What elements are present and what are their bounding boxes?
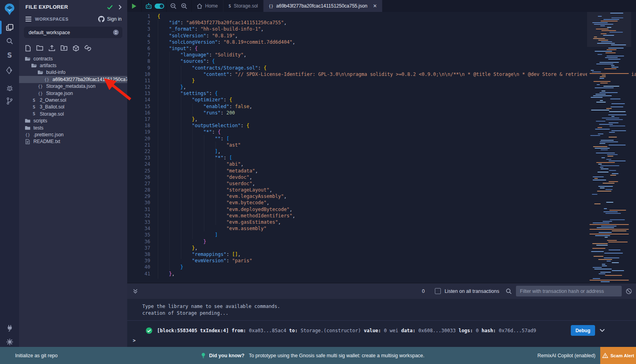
code-line[interactable]: 39 "evmVersion": "paris" [127,258,636,264]
code-line[interactable]: 16 "runs": 200 [127,110,636,116]
debug-button[interactable]: Debug [571,325,595,336]
code-line[interactable]: 35 ] [127,232,636,238]
plugin-manager-icon[interactable] [0,322,19,334]
new-folder-icon[interactable] [36,45,43,52]
cube-icon[interactable] [73,45,79,52]
tip-title: Did you know? [209,353,244,358]
tree-item-tests[interactable]: tests [19,124,127,131]
code-line[interactable]: 3 "_format": "hh-sol-build-info-1", [127,26,636,32]
tab-Storage.sol[interactable]: SStorage.sol [223,0,264,12]
code-line[interactable]: 21 "ast" [127,142,636,148]
tree-item-a69b43f277ba20fcac141151250ca7...[interactable]: {}a69b43f277ba20fcac141151250ca7... [19,76,127,83]
code-line[interactable]: 33 "evm.gasEstimates", [127,219,636,225]
debugger-icon[interactable] [0,82,19,94]
code-editor[interactable]: 1{2 "id": "a69b43f277ba20fcac141151250ca… [127,12,636,283]
git-init-button[interactable]: Initialize as git repo [0,353,58,358]
code-line[interactable]: 26 "devdoc", [127,174,636,180]
tree-item-artifacts[interactable]: artifacts [19,62,127,69]
code-line[interactable]: 1{ [127,13,636,19]
code-line[interactable]: 11 } [127,77,636,84]
solidity-compiler-icon[interactable]: S [0,49,19,61]
scam-alert-button[interactable]: Scam Alert [600,347,636,364]
collapse-terminal-icon[interactable] [133,288,138,294]
clear-console-icon[interactable] [626,288,632,294]
code-line[interactable]: 30 "evm.bytecode", [127,199,636,206]
workspaces-menu-icon[interactable] [25,15,31,23]
upload-file-icon[interactable] [48,45,55,52]
code-line[interactable]: 18 "outputSelection": { [127,122,636,129]
code-line[interactable]: 23 "*": [ [127,155,636,161]
code-line[interactable]: 27 "userdoc", [127,180,636,187]
code-line[interactable]: 41 }, [127,271,636,277]
code-line[interactable]: 5 "solcLongVersion": "0.8.19+commit.7dd6… [127,39,636,45]
tree-item-scripts[interactable]: scripts [19,118,127,124]
code-line[interactable]: 24 "abi", [127,161,636,167]
terminal-body[interactable]: Type the library name to see available c… [127,299,636,347]
remix-logo-icon[interactable] [0,2,19,17]
code-line[interactable]: 40 } [127,264,636,270]
copilot-toggle[interactable] [154,4,165,9]
code-line[interactable]: 29 "evm.legacyAssembly", [127,193,636,199]
search-icon[interactable] [0,35,19,47]
workspace-dropdown[interactable]: default_workspace [24,27,122,38]
tx-expand-chevron-icon[interactable] [599,329,605,332]
deploy-run-icon[interactable] [0,64,19,76]
code-line[interactable]: 31 "evm.deployedBytecode", [127,206,636,213]
tab-a69b43f277ba20fcac141151250ca755.json[interactable]: {}a69b43f277ba20fcac141151250ca755.json✕ [264,0,382,12]
zoom-out-icon[interactable] [168,3,179,10]
file-explorer-icon[interactable] [0,21,19,33]
json-icon: {} [25,132,31,137]
tx-summary[interactable]: [block:5583405 txIndex:4] from: 0xa03...… [157,328,566,333]
code-line[interactable]: 38 "remappings": [], [127,251,636,258]
tree-item-2_Owner.sol[interactable]: S2_Owner.sol [19,97,127,103]
code-line[interactable]: 20 "": [ [127,136,636,142]
close-tab-icon[interactable]: ✕ [373,3,377,9]
sign-in-button[interactable]: Sign in [98,16,122,22]
copilot-status[interactable]: RemixAI Copilot (enabled) [537,353,595,358]
code-line[interactable]: 22 ], [127,148,636,155]
git-icon[interactable] [0,95,19,107]
code-line[interactable]: 2 "id": "a69b43f277ba20fcac141151250ca75… [127,19,636,26]
code-line[interactable]: 17 }, [127,116,636,122]
tree-item-.prettierrc.json[interactable]: {}.prettierrc.json [19,131,127,138]
remixai-robot-icon[interactable] [143,3,154,10]
run-script-icon[interactable] [129,3,140,9]
code-line[interactable]: 19 "*": { [127,129,636,135]
link-icon[interactable] [84,45,91,52]
tree-item-README.txt[interactable]: README.txt [19,138,127,145]
code-line[interactable]: 32 "evm.methodIdentifiers", [127,213,636,219]
code-line[interactable]: 12 }, [127,84,636,90]
listen-transactions-checkbox[interactable] [435,288,441,294]
code-line[interactable]: 36 } [127,238,636,245]
tree-item-Storage.sol[interactable]: SStorage.sol [19,110,127,117]
terminal-prompt[interactable]: > [133,338,136,343]
code-line[interactable]: 34 "evm.assembly" [127,225,636,232]
check-icon[interactable] [107,5,113,10]
code-line[interactable]: 4 "solcVersion": "0.8.19", [127,33,636,39]
code-line[interactable]: 6 "input": { [127,45,636,52]
code-line[interactable]: 14 "optimizer": { [127,97,636,103]
zoom-in-icon[interactable] [179,3,190,10]
tree-item-contracts[interactable]: contracts [19,55,127,62]
code-line[interactable]: 37 }, [127,245,636,251]
tree-item-Storage_metadata.json[interactable]: {}Storage_metadata.json [19,83,127,90]
code-line[interactable]: 28 "storageLayout", [127,187,636,193]
terminal-search-icon[interactable] [506,288,512,294]
code-line[interactable]: 8 "sources": { [127,58,636,64]
tree-item-build-info[interactable]: build-info [19,69,127,76]
code-line[interactable]: 7 "language": "Solidity", [127,52,636,58]
settings-gear-icon[interactable] [0,336,19,348]
transaction-filter-input[interactable] [516,286,622,296]
chevron-right-icon[interactable] [118,5,122,10]
code-line[interactable]: 25 "metadata", [127,168,636,174]
upload-folder-icon[interactable] [60,45,68,52]
code-line[interactable]: 10 "content": "// SPDX-License-Identifie… [127,71,636,77]
code-line[interactable]: 13 "settings": { [127,90,636,97]
code-line[interactable]: 9 "contracts/Storage.sol": { [127,65,636,71]
code-line[interactable]: 15 "enabled": false, [127,103,636,110]
tree-item-3_Ballot.sol[interactable]: S3_Ballot.sol [19,104,127,110]
minimap[interactable] [587,12,631,283]
tree-item-Storage.json[interactable]: {}Storage.json [19,90,127,97]
new-file-icon[interactable] [25,45,31,52]
tab-Home[interactable]: Home [192,0,223,12]
